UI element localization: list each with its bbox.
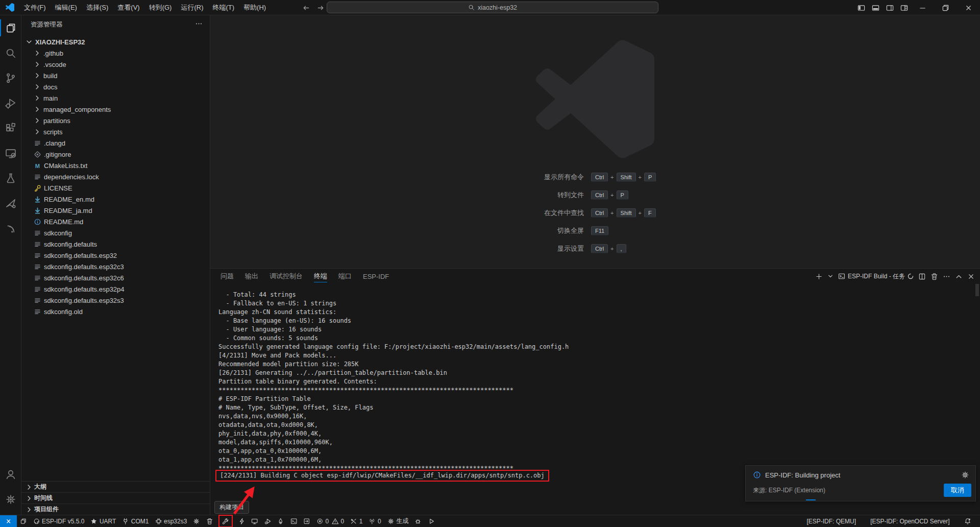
status-bug[interactable] bbox=[411, 515, 425, 527]
back-icon[interactable] bbox=[302, 4, 310, 12]
activity-item-settings-gear[interactable] bbox=[0, 487, 21, 512]
menu-item-2[interactable]: 选择(S) bbox=[82, 0, 113, 15]
activity-item-search[interactable] bbox=[0, 40, 21, 65]
layout-grid-button[interactable] bbox=[897, 0, 911, 15]
activity-item-extensions[interactable] bbox=[0, 115, 21, 140]
tree-file-sdkconfig.defaults.esp32s3[interactable]: sdkconfig.defaults.esp32s3 bbox=[21, 295, 210, 306]
activity-item-files[interactable] bbox=[0, 15, 21, 40]
tree-folder-main[interactable]: main bbox=[21, 92, 210, 104]
layout-sidebar-right-button[interactable] bbox=[883, 0, 897, 15]
activity-item-run-debug[interactable] bbox=[0, 90, 21, 115]
status-wrench[interactable] bbox=[219, 515, 232, 527]
maximize-panel-icon[interactable] bbox=[955, 273, 963, 280]
status-warning-0[interactable]: 0 bbox=[332, 515, 347, 527]
tree-file-LICENSE[interactable]: LICENSE bbox=[21, 182, 210, 194]
panel-tab-ESP-IDF[interactable]: ESP-IDF bbox=[363, 269, 389, 284]
close-button[interactable] bbox=[957, 0, 980, 15]
activity-item-remote-explorer[interactable] bbox=[0, 140, 21, 165]
status-bell[interactable] bbox=[961, 515, 974, 527]
menu-item-0[interactable]: 文件(F) bbox=[19, 0, 51, 15]
panel-more-icon[interactable] bbox=[943, 273, 950, 280]
status-play[interactable] bbox=[425, 515, 438, 527]
status-antenna-0[interactable]: 0 bbox=[365, 515, 384, 527]
tree-root[interactable]: XIAOZHI-ESP32 bbox=[21, 36, 210, 47]
forward-icon[interactable] bbox=[317, 4, 325, 12]
sidebar-section-时间线[interactable]: 时间线 bbox=[21, 492, 210, 504]
tree-file-CMakeLists.txt[interactable]: MCMakeLists.txt bbox=[21, 160, 210, 171]
panel-tab-问题[interactable]: 问题 bbox=[220, 269, 234, 284]
terminal-scrollbar[interactable] bbox=[975, 284, 979, 296]
tree-folder-build[interactable]: build bbox=[21, 70, 210, 81]
status-github-ESP-IDF v5.5.0[interactable]: ESP-IDF v5.5.0 bbox=[30, 515, 88, 527]
command-center-search[interactable]: xiaozhi-esp32 bbox=[327, 2, 658, 13]
layout-panel-button[interactable] bbox=[868, 0, 883, 15]
status-gear[interactable] bbox=[190, 515, 203, 527]
tree-file-sdkconfig.defaults[interactable]: sdkconfig.defaults bbox=[21, 238, 210, 250]
activity-item-source-control[interactable] bbox=[0, 65, 21, 90]
panel-tab-调试控制台[interactable]: 调试控制台 bbox=[270, 269, 303, 284]
tree-folder-docs[interactable]: docs bbox=[21, 81, 210, 92]
split-terminal-icon[interactable] bbox=[918, 273, 926, 280]
status-text[interactable]: [ESP-IDF: QEMU] bbox=[803, 515, 859, 527]
tree-folder-.github[interactable]: .github bbox=[21, 47, 210, 59]
tree-file-sdkconfig.defaults.esp32p4[interactable]: sdkconfig.defaults.esp32p4 bbox=[21, 283, 210, 295]
cancel-button[interactable]: 取消 bbox=[944, 484, 971, 497]
tree-file-sdkconfig.old[interactable]: sdkconfig.old bbox=[21, 306, 210, 317]
menu-item-3[interactable]: 查看(V) bbox=[113, 0, 144, 15]
tree-file-README.md[interactable]: README.md bbox=[21, 216, 210, 227]
panel-tab-终端[interactable]: 终端 bbox=[314, 269, 327, 284]
tree-folder-partitions[interactable]: partitions bbox=[21, 115, 210, 126]
tree-file-sdkconfig.defaults.esp32c6[interactable]: sdkconfig.defaults.esp32c6 bbox=[21, 272, 210, 283]
menu-item-6[interactable]: 终端(T) bbox=[208, 0, 239, 15]
tree-file-sdkconfig.defaults.esp32c3[interactable]: sdkconfig.defaults.esp32c3 bbox=[21, 261, 210, 272]
sidebar-section-项目组件[interactable]: 项目组件 bbox=[21, 504, 210, 515]
activity-item-paperplane-gear[interactable] bbox=[0, 190, 21, 215]
tree-file-dependencies.lock[interactable]: dependencies.lock bbox=[21, 171, 210, 182]
status-trash[interactable] bbox=[203, 515, 216, 527]
panel-tab-端口[interactable]: 端口 bbox=[338, 269, 352, 284]
close-panel-icon[interactable] bbox=[967, 273, 975, 280]
tree-folder-managed_components[interactable]: managed_components bbox=[21, 104, 210, 115]
menu-item-1[interactable]: 编辑(E) bbox=[51, 0, 82, 15]
sidebar-section-大纲[interactable]: 大纲 bbox=[21, 481, 210, 492]
minimize-button[interactable] bbox=[911, 0, 934, 15]
restore-button[interactable] bbox=[934, 0, 957, 15]
status-text[interactable]: [ESP-IDF: OpenOCD Server] bbox=[867, 515, 952, 527]
status-chip-esp32s3[interactable]: esp32s3 bbox=[152, 515, 190, 527]
tree-file-README_ja.md[interactable]: README_ja.md bbox=[21, 205, 210, 216]
panel-tab-输出[interactable]: 输出 bbox=[245, 269, 258, 284]
menu-item-5[interactable]: 运行(R) bbox=[176, 0, 208, 15]
status-monitor[interactable] bbox=[248, 515, 261, 527]
kill-terminal-icon[interactable] bbox=[930, 273, 938, 280]
notification-settings-icon[interactable] bbox=[961, 471, 969, 479]
activity-item-account[interactable] bbox=[0, 462, 21, 487]
tree-file-sdkconfig[interactable]: sdkconfig bbox=[21, 227, 210, 238]
explorer-more-actions[interactable] bbox=[195, 20, 203, 29]
status-export[interactable] bbox=[300, 515, 313, 527]
status-debug-play[interactable] bbox=[261, 515, 275, 527]
terminal-output[interactable]: - Total: 44 strings - Fallback to en-US:… bbox=[218, 291, 569, 473]
status-bolt[interactable] bbox=[235, 515, 249, 527]
status-flame[interactable] bbox=[274, 515, 287, 527]
new-terminal-icon[interactable] bbox=[815, 273, 823, 280]
status-error-0[interactable]: 0 bbox=[313, 515, 332, 527]
tree-file-.clangd[interactable]: .clangd bbox=[21, 137, 210, 149]
status-terminal[interactable] bbox=[287, 515, 301, 527]
tree-file-README_en.md[interactable]: README_en.md bbox=[21, 194, 210, 205]
status-remote[interactable] bbox=[0, 515, 17, 527]
status-tools-1[interactable]: 1 bbox=[347, 515, 365, 527]
activity-item-test-flask[interactable] bbox=[0, 165, 21, 190]
activity-item-espressif[interactable] bbox=[0, 215, 21, 241]
status-plug-COM1[interactable]: COM1 bbox=[119, 515, 152, 527]
tree-file-.gitignore[interactable]: .gitignore bbox=[21, 149, 210, 160]
tree-file-sdkconfig.defaults.esp32[interactable]: sdkconfig.defaults.esp32 bbox=[21, 250, 210, 261]
status-gear-生成[interactable]: 生成 bbox=[384, 515, 412, 527]
terminal-dropdown-icon[interactable] bbox=[827, 273, 834, 279]
tree-folder-.vscode[interactable]: .vscode bbox=[21, 59, 210, 70]
status-copy[interactable] bbox=[17, 515, 30, 527]
menu-item-4[interactable]: 转到(G) bbox=[144, 0, 177, 15]
tree-folder-scripts[interactable]: scripts bbox=[21, 126, 210, 137]
status-star-UART[interactable]: UART bbox=[87, 515, 119, 527]
menu-item-7[interactable]: 帮助(H) bbox=[239, 0, 271, 15]
layout-sidebar-left-button[interactable] bbox=[854, 0, 868, 15]
